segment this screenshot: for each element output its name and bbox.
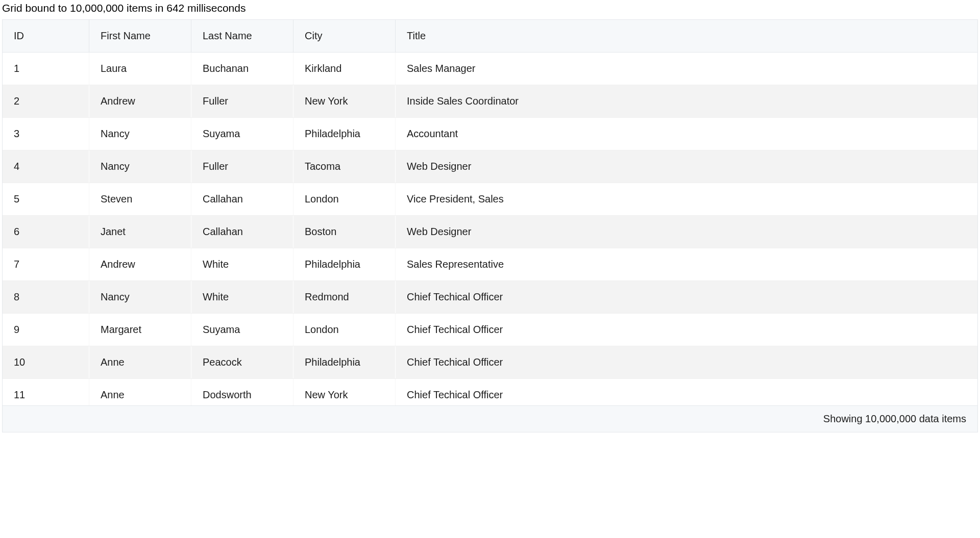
cell-last-name: Fuller: [191, 85, 293, 117]
cell-city: London: [293, 314, 396, 346]
cell-id: 2: [3, 85, 89, 117]
cell-city: Philadelphia: [293, 248, 396, 280]
cell-title: Chief Techical Officer: [396, 379, 977, 405]
cell-title: Chief Techical Officer: [396, 281, 977, 313]
table-row[interactable]: 11AnneDodsworthNew YorkChief Techical Of…: [3, 379, 977, 405]
cell-title: Vice President, Sales: [396, 183, 977, 215]
cell-title: Accountant: [396, 118, 977, 150]
cell-id: 6: [3, 216, 89, 248]
cell-id: 9: [3, 314, 89, 346]
cell-first-name: Steven: [89, 183, 191, 215]
cell-title: Chief Techical Officer: [396, 314, 977, 346]
cell-first-name: Laura: [89, 53, 191, 85]
cell-last-name: Buchanan: [191, 53, 293, 85]
cell-last-name: Suyama: [191, 118, 293, 150]
cell-last-name: White: [191, 281, 293, 313]
status-text: Grid bound to 10,000,000 items in 642 mi…: [0, 0, 980, 19]
cell-city: London: [293, 183, 396, 215]
cell-last-name: Suyama: [191, 314, 293, 346]
cell-id: 7: [3, 248, 89, 280]
column-header-title[interactable]: Title: [396, 20, 977, 52]
cell-city: Kirkland: [293, 53, 396, 85]
table-row[interactable]: 1LauraBuchananKirklandSales Manager: [3, 53, 977, 85]
cell-last-name: Callahan: [191, 216, 293, 248]
cell-title: Chief Techical Officer: [396, 346, 977, 378]
table-row[interactable]: 2AndrewFullerNew YorkInside Sales Coordi…: [3, 85, 977, 118]
cell-last-name: Peacock: [191, 346, 293, 378]
cell-first-name: Anne: [89, 379, 191, 405]
cell-last-name: Fuller: [191, 150, 293, 183]
cell-title: Web Designer: [396, 216, 977, 248]
cell-last-name: Dodsworth: [191, 379, 293, 405]
cell-city: Philadelphia: [293, 346, 396, 378]
cell-city: Philadelphia: [293, 118, 396, 150]
cell-first-name: Nancy: [89, 150, 191, 183]
cell-title: Sales Representative: [396, 248, 977, 280]
cell-title: Inside Sales Coordinator: [396, 85, 977, 117]
cell-city: Boston: [293, 216, 396, 248]
cell-title: Sales Manager: [396, 53, 977, 85]
column-header-id[interactable]: ID: [3, 20, 89, 52]
cell-last-name: Callahan: [191, 183, 293, 215]
grid-body[interactable]: 1LauraBuchananKirklandSales Manager2Andr…: [3, 53, 977, 405]
table-row[interactable]: 4NancyFullerTacomaWeb Designer: [3, 150, 977, 183]
table-row[interactable]: 5StevenCallahanLondonVice President, Sal…: [3, 183, 977, 216]
cell-city: New York: [293, 85, 396, 117]
cell-first-name: Margaret: [89, 314, 191, 346]
cell-id: 8: [3, 281, 89, 313]
data-grid: ID First Name Last Name City Title 1Laur…: [2, 19, 978, 432]
cell-id: 10: [3, 346, 89, 378]
table-row[interactable]: 6JanetCallahanBostonWeb Designer: [3, 216, 977, 248]
table-row[interactable]: 3NancySuyamaPhiladelphiaAccountant: [3, 118, 977, 150]
table-row[interactable]: 7AndrewWhitePhiladelphiaSales Representa…: [3, 248, 977, 281]
cell-first-name: Nancy: [89, 118, 191, 150]
cell-first-name: Nancy: [89, 281, 191, 313]
table-row[interactable]: 8NancyWhiteRedmondChief Techical Officer: [3, 281, 977, 314]
cell-first-name: Andrew: [89, 85, 191, 117]
grid-footer: Showing 10,000,000 data items: [3, 405, 977, 432]
cell-last-name: White: [191, 248, 293, 280]
table-row[interactable]: 9MargaretSuyamaLondonChief Techical Offi…: [3, 314, 977, 346]
cell-city: New York: [293, 379, 396, 405]
column-header-first-name[interactable]: First Name: [89, 20, 191, 52]
cell-id: 1: [3, 53, 89, 85]
cell-title: Web Designer: [396, 150, 977, 183]
cell-city: Redmond: [293, 281, 396, 313]
table-row[interactable]: 10AnnePeacockPhiladelphiaChief Techical …: [3, 346, 977, 379]
grid-header-row: ID First Name Last Name City Title: [3, 20, 977, 53]
cell-first-name: Anne: [89, 346, 191, 378]
cell-first-name: Andrew: [89, 248, 191, 280]
cell-id: 5: [3, 183, 89, 215]
column-header-last-name[interactable]: Last Name: [191, 20, 293, 52]
cell-id: 3: [3, 118, 89, 150]
column-header-city[interactable]: City: [293, 20, 396, 52]
cell-id: 11: [3, 379, 89, 405]
cell-city: Tacoma: [293, 150, 396, 183]
cell-first-name: Janet: [89, 216, 191, 248]
cell-id: 4: [3, 150, 89, 183]
